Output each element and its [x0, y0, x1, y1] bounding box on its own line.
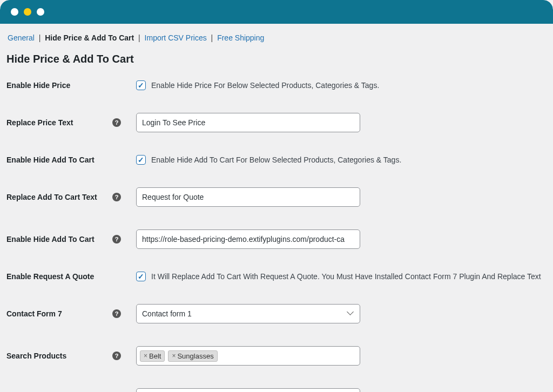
tab-hide-price[interactable]: Hide Price & Add To Cart — [45, 33, 134, 42]
field-enable-hide-atc-url: Enable Hide Add To Cart ? — [6, 229, 547, 249]
field-enable-hide-atc: Enable Hide Add To Cart Enable Hide Add … — [6, 155, 547, 165]
select-value: Contact form 1 — [142, 309, 192, 318]
input-atc-url[interactable] — [136, 229, 360, 249]
tags-input-products[interactable]: ×Belt ×Sunglasses — [136, 346, 360, 366]
checkbox-enable-hide-price[interactable] — [136, 80, 146, 90]
chevron-down-icon — [348, 310, 354, 317]
field-replace-price-text: Replace Price Text ? — [6, 113, 547, 132]
close-icon[interactable]: × — [144, 352, 147, 360]
field-search-products: Search Products ? ×Belt ×Sunglasses — [6, 346, 547, 366]
help-icon[interactable]: ? — [112, 118, 121, 127]
checkbox-enable-hide-atc[interactable] — [136, 155, 146, 165]
help-icon[interactable]: ? — [112, 193, 121, 201]
checkbox-description: It Will Replace Add To Cart With Request… — [151, 272, 541, 281]
field-contact-form: Contact Form 7 ? Contact form 1 — [6, 304, 547, 323]
field-label: Enable Hide Add To Cart — [6, 156, 95, 164]
field-label: Search Products — [6, 352, 66, 360]
help-icon[interactable]: ? — [112, 309, 121, 318]
window-dot — [37, 8, 44, 16]
tab-general[interactable]: General — [8, 33, 35, 42]
close-icon[interactable]: × — [172, 352, 176, 360]
content-area: General | Hide Price & Add To Cart | Imp… — [0, 24, 553, 392]
tags-input-categories[interactable]: Search Categories — [136, 388, 360, 392]
tag-item[interactable]: ×Sunglasses — [168, 350, 217, 362]
field-replace-atc-text: Replace Add To Cart Text ? — [6, 187, 547, 207]
field-enable-hide-price: Enable Hide Price Enable Hide Price For … — [6, 80, 547, 90]
checkbox-enable-raq[interactable] — [136, 272, 146, 281]
checkbox-description: Enable Hide Price For Below Selected Pro… — [151, 81, 379, 90]
page-title: Hide Price & Add To Cart — [6, 53, 547, 65]
field-label: Replace Price Text — [6, 118, 73, 127]
select-contact-form[interactable]: Contact form 1 — [136, 304, 360, 323]
field-label: Enable Hide Price — [6, 81, 70, 90]
field-label: Contact Form 7 — [6, 309, 62, 318]
tab-nav: General | Hide Price & Add To Cart | Imp… — [6, 33, 547, 42]
field-label: Enable Request A Quote — [6, 272, 94, 281]
field-enable-raq: Enable Request A Quote It Will Replace A… — [6, 272, 547, 281]
tab-free-shipping[interactable]: Free Shipping — [217, 33, 264, 42]
help-icon[interactable]: ? — [112, 352, 121, 360]
window-dot — [24, 8, 31, 16]
help-icon[interactable]: ? — [112, 235, 121, 244]
field-search-categories: Search Categories ? Search Categories — [6, 388, 547, 392]
checkbox-description: Enable Hide Add To Cart For Below Select… — [151, 156, 401, 164]
field-label: Enable Hide Add To Cart — [6, 235, 95, 244]
window-dot — [11, 8, 18, 16]
window-titlebar — [0, 0, 553, 24]
tab-import-csv[interactable]: Import CSV Prices — [145, 33, 207, 42]
input-replace-price-text[interactable] — [136, 113, 360, 132]
tag-item[interactable]: ×Belt — [140, 350, 165, 362]
field-label: Replace Add To Cart Text — [6, 193, 97, 201]
input-replace-atc-text[interactable] — [136, 187, 360, 207]
